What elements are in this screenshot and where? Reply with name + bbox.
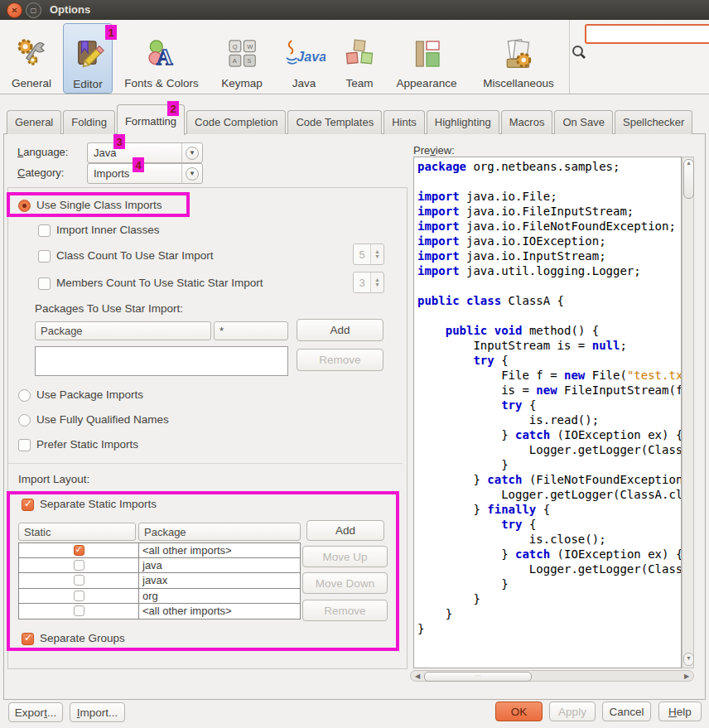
code-line: public void method() { [417, 323, 681, 338]
tab-folding[interactable]: Folding [63, 110, 115, 134]
tab-general[interactable]: General [7, 110, 61, 134]
use-fully-qualified-label: Use Fully Qualified Names [36, 413, 169, 426]
export-button[interactable]: Export... [8, 702, 63, 722]
use-fully-qualified-radio[interactable] [18, 414, 31, 427]
search-input[interactable] [585, 24, 709, 44]
gears-wrench-icon [15, 37, 48, 73]
class-count-spinner[interactable]: 5 ▲▼ [353, 243, 384, 265]
scroll-down-arrow[interactable]: ▼ [683, 653, 694, 666]
code-line: } finally { [417, 502, 681, 517]
code-line: import java.util.logging.Logger; [417, 263, 681, 278]
code-line: import java.io.IOException; [417, 234, 681, 248]
code-line: } catch (FileNotFoundException ex) { [417, 472, 681, 487]
code-line: import java.io.FileInputStream; [417, 204, 681, 219]
tab-code-completion[interactable]: Code Completion [186, 110, 286, 134]
category-miscellaneous[interactable]: Miscellaneous [472, 23, 565, 92]
tab-hints[interactable]: Hints [383, 110, 425, 134]
vertical-scrollbar[interactable]: ▲ ▼ [682, 157, 694, 668]
help-button[interactable]: Help [658, 701, 702, 721]
code-line: } catch (IOException ex) { [417, 547, 681, 562]
toolbar-divider [569, 20, 570, 94]
members-count-checkbox[interactable] [38, 277, 51, 290]
scrollbar-thumb[interactable]: ⋯ [424, 672, 532, 682]
packages-star-import-label: Packages To Use Star Import: [35, 302, 183, 315]
chevron-down-icon: ▼ [181, 143, 202, 162]
category-label: Category: [17, 166, 64, 179]
tab-spellchecker[interactable]: Spellchecker [615, 110, 692, 134]
svg-text:Java: Java [297, 49, 326, 64]
ok-button[interactable]: OK [495, 701, 543, 721]
code-line: File f = new File("test.txt"); [417, 368, 681, 383]
class-count-value: 5 [354, 244, 370, 264]
code-line: } [417, 591, 681, 606]
category-keymap[interactable]: QW AS Keymap [212, 23, 272, 92]
code-line: public class ClassA { [417, 293, 681, 308]
scrollbar-thumb[interactable]: ▲ [683, 159, 694, 199]
language-dropdown[interactable]: Java ▼ [87, 142, 203, 163]
import-button[interactable]: Import... [70, 702, 125, 722]
import-inner-classes-checkbox[interactable] [38, 224, 51, 237]
tab-highlighting[interactable]: Highlighting [427, 110, 499, 134]
packages-remove-button[interactable]: Remove [297, 349, 383, 371]
code-line: package org.netbeans.samples; [417, 159, 681, 174]
spinner-arrows-icon[interactable]: ▲▼ [370, 244, 383, 264]
preview-label: Preview: [413, 144, 455, 157]
code-line [417, 174, 681, 189]
category-label: Miscellaneous [483, 77, 554, 89]
code-line: try { [417, 353, 681, 368]
svg-text:A: A [233, 57, 237, 65]
category-label: Java [292, 77, 316, 89]
prefer-static-imports-checkbox[interactable] [18, 439, 31, 451]
code-line: try { [417, 517, 681, 532]
code-line: } [417, 457, 681, 472]
close-button[interactable]: ✕ [7, 2, 22, 18]
cancel-button[interactable]: Cancel [602, 701, 651, 721]
code-line: } [417, 621, 681, 636]
scroll-right-arrow[interactable]: ▶ [681, 673, 692, 680]
apply-button[interactable]: Apply [549, 701, 596, 721]
star-column-header[interactable]: * [214, 321, 288, 340]
tab-code-templates[interactable]: Code Templates [287, 110, 382, 134]
category-label: Keymap [221, 77, 263, 89]
category-fonts-colors[interactable]: A Fonts & Colors [118, 23, 205, 92]
packages-add-button[interactable]: Add [297, 319, 383, 341]
category-label: Fonts & Colors [124, 77, 198, 89]
spinner-arrows-icon[interactable]: ▲▼ [370, 272, 383, 292]
category-label: General [12, 77, 51, 89]
code-line: Logger.getLogger(ClassA.class.getName())… [417, 487, 681, 502]
category-java[interactable]: Java Java [278, 23, 330, 92]
members-count-spinner[interactable]: 3 ▲▼ [353, 272, 384, 293]
annotation-marker-2: 2 [167, 101, 179, 116]
window-title: Options [50, 3, 90, 16]
code-line: try { [417, 398, 681, 412]
package-column-header[interactable]: Package [35, 321, 211, 340]
code-line: is.close(); [417, 532, 681, 547]
svg-text:Q: Q [233, 43, 238, 51]
code-line: } catch (IOException ex) { [417, 427, 681, 442]
horizontal-scrollbar[interactable]: ◀ ⋯ ▶ [410, 670, 694, 682]
scroll-left-arrow[interactable]: ◀ [412, 673, 423, 680]
options-dialog: ✕ ▢ Options General [0, 0, 709, 728]
code-line: InputStream is = null; [417, 338, 681, 353]
class-count-checkbox[interactable] [38, 250, 51, 263]
tab-bar: GeneralFoldingFormattingCode CompletionC… [7, 104, 706, 134]
packages-list[interactable] [35, 346, 288, 376]
category-label: Editor [73, 78, 102, 90]
restore-button[interactable]: ▢ [26, 2, 41, 18]
category-appearance[interactable]: Appearance [388, 23, 465, 92]
annotation-marker-1: 1 [105, 25, 117, 40]
category-general[interactable]: General [5, 23, 58, 92]
annotation-marker-3: 3 [113, 134, 125, 149]
fonts-colors-icon: A [145, 37, 178, 73]
prefer-static-imports-label: Prefer Static Imports [36, 438, 138, 451]
miscellaneous-gear-docs-icon [502, 37, 535, 73]
members-count-label: Members Count To Use Static Star Import [56, 277, 263, 289]
tab-macros[interactable]: Macros [501, 110, 553, 134]
category-team[interactable]: Team [336, 23, 383, 92]
svg-text:W: W [247, 43, 253, 51]
section-divider [8, 463, 403, 464]
category-dropdown[interactable]: Imports ▼ [87, 163, 203, 184]
use-package-imports-radio[interactable] [18, 389, 31, 402]
tab-on-save[interactable]: On Save [554, 110, 613, 134]
preview-code: package org.netbeans.samples; import jav… [413, 157, 682, 668]
